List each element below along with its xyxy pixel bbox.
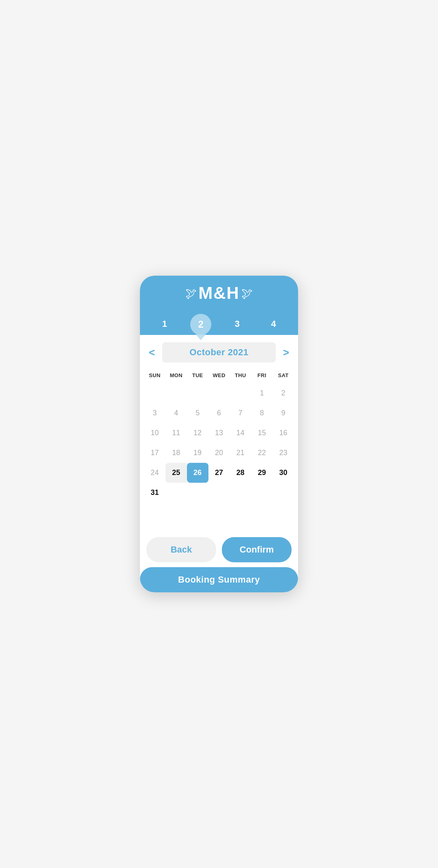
cal-cell [230,483,251,503]
cal-cell [165,383,187,403]
cal-cell[interactable]: 16 [273,423,294,443]
step-2-bubble: 2 [190,314,211,335]
step-2[interactable]: 2 [183,314,219,335]
cal-cell[interactable]: 29 [251,463,273,483]
month-label: October 2021 [189,347,248,357]
month-nav: < October 2021 > [144,342,294,363]
day-headers: SUNMONTUEWEDTHUFRISAT [144,370,294,381]
cal-cell[interactable]: 9 [273,403,294,423]
cal-cell[interactable]: 4 [165,403,187,423]
cal-cell [230,383,251,403]
app-logo: 🕊 M&H 🕊 [185,285,253,302]
cal-cell[interactable]: 10 [144,423,165,443]
cal-cell [208,483,230,503]
logo-bird-left: 🕊 [185,287,197,300]
cal-cell[interactable]: 2 [273,383,294,403]
cal-cell[interactable]: 7 [230,403,251,423]
cal-cell[interactable]: 15 [251,423,273,443]
cal-cell[interactable]: 19 [187,443,208,463]
day-header-tue: TUE [187,370,208,381]
cal-cell[interactable]: 11 [165,423,187,443]
cal-cell[interactable]: 24 [144,463,165,483]
cal-cell[interactable]: 12 [187,423,208,443]
cal-cell[interactable]: 27 [208,463,230,483]
confirm-button[interactable]: Confirm [222,537,292,562]
cal-cell[interactable]: 13 [208,423,230,443]
step-2-label: 2 [198,319,204,330]
cal-cell[interactable]: 6 [208,403,230,423]
day-header-sun: SUN [144,370,165,381]
cal-cell[interactable]: 1 [251,383,273,403]
day-header-wed: WED [208,370,230,381]
cal-cell [251,483,273,503]
cal-cell[interactable]: 21 [230,443,251,463]
calendar-section: < October 2021 > SUNMONTUEWEDTHUFRISAT 1… [140,335,298,531]
day-header-sat: SAT [273,370,294,381]
cal-cell[interactable]: 30 [273,463,294,483]
next-month-button[interactable]: > [280,345,292,361]
cal-cell[interactable]: 22 [251,443,273,463]
step-1-label: 1 [162,319,167,335]
booking-summary-label: Booking Summary [178,574,260,585]
btn-row: Back Confirm [140,531,298,567]
booking-summary-bar[interactable]: Booking Summary [140,567,298,592]
cal-cell [187,483,208,503]
cal-cell[interactable]: 17 [144,443,165,463]
step-3-label: 3 [235,319,240,335]
cal-cell[interactable]: 20 [208,443,230,463]
cal-cell [187,383,208,403]
cal-cell[interactable]: 18 [165,443,187,463]
logo-text: M&H [198,285,240,302]
logo-bird-right: 🕊 [241,287,253,300]
cal-cell[interactable]: 14 [230,423,251,443]
day-header-mon: MON [165,370,187,381]
cal-cell[interactable]: 26 [187,463,208,483]
cal-cell[interactable]: 31 [144,483,165,503]
cal-cell[interactable]: 23 [273,443,294,463]
step-4-label: 4 [271,319,276,335]
cal-cell [208,383,230,403]
steps-row: 1 2 3 4 [140,310,298,335]
step-4[interactable]: 4 [256,319,292,335]
calendar-grid: 1234567891011121314151617181920212223242… [144,383,294,503]
day-header-thu: THU [230,370,251,381]
cal-cell [144,383,165,403]
back-button[interactable]: Back [146,537,216,562]
phone-container: 🕊 M&H 🕊 1 2 3 4 < [140,276,298,592]
cal-cell[interactable]: 8 [251,403,273,423]
step-1[interactable]: 1 [146,319,183,335]
cal-cell[interactable]: 5 [187,403,208,423]
cal-cell[interactable]: 3 [144,403,165,423]
step-3[interactable]: 3 [219,319,256,335]
day-header-fri: FRI [251,370,273,381]
month-label-box: October 2021 [162,342,276,363]
app-header: 🕊 M&H 🕊 1 2 3 4 [140,276,298,335]
cal-cell [273,483,294,503]
cal-cell[interactable]: 25 [165,463,187,483]
cal-cell [165,483,187,503]
prev-month-button[interactable]: < [146,345,158,361]
cal-cell[interactable]: 28 [230,463,251,483]
